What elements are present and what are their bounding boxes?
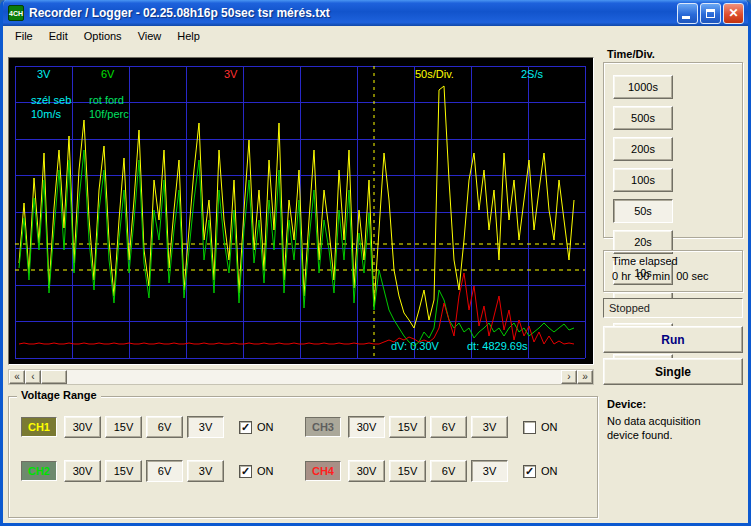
time-elapsed-box: Time elapsed 0 hr 00 min 00 sec: [603, 250, 743, 292]
scroll-right-button-2[interactable]: »: [577, 370, 593, 384]
channel-row-ch2: CH230V15V6V3V✓ON: [21, 459, 305, 483]
channel-ch4-range-6V[interactable]: 6V: [430, 460, 467, 482]
app-window: 4CH Recorder / Logger - 02.25.08h16p 50s…: [0, 0, 751, 526]
trace-ch4-red: [19, 273, 574, 344]
channel-ch1-range-6V[interactable]: 6V: [146, 416, 183, 438]
channel-ch2-range-6V[interactable]: 6V: [146, 460, 183, 482]
channel-ch4-range-15V[interactable]: 15V: [389, 460, 426, 482]
scope-label-10: dt: 4829.69s: [467, 340, 528, 352]
trace-ch1-yellow: [19, 86, 574, 328]
channel-ch1-on-label: ON: [257, 421, 274, 433]
scroll-left-button-1[interactable]: «: [9, 370, 25, 384]
scrollbar-thumb[interactable]: [41, 370, 67, 384]
menu-bar: FileEditOptionsViewHelp: [3, 26, 748, 46]
scrollbar-track[interactable]: [67, 370, 561, 384]
device-title: Device:: [607, 398, 747, 410]
channel-label-ch1: CH1: [21, 417, 57, 437]
channel-ch3-on-checkbox[interactable]: [523, 421, 536, 434]
timediv-button-1000s[interactable]: 1000s: [613, 75, 673, 99]
device-line-1: No data acquisition: [607, 414, 747, 428]
timediv-button-50s[interactable]: 50s: [613, 199, 673, 223]
scope-svg: 3V6V3V50s/Div.2S/sszél seb10m/srot ford1…: [9, 58, 593, 364]
timediv-buttons: 1000s500s200s100s50s20s10s5s2s1s: [603, 62, 743, 238]
minimize-button[interactable]: [677, 3, 698, 24]
channel-ch4-on-label: ON: [541, 465, 558, 477]
channel-row-ch4: CH430V15V6V3V✓ON: [305, 459, 597, 483]
timediv-button-500s[interactable]: 500s: [613, 106, 673, 130]
close-icon: ✕: [728, 6, 738, 20]
scope-label-0: 3V: [37, 68, 51, 80]
status-box: Stopped: [603, 298, 743, 318]
horizontal-scrollbar[interactable]: «‹›»: [8, 369, 594, 385]
title-bar[interactable]: 4CH Recorder / Logger - 02.25.08h16p 50s…: [3, 0, 748, 26]
channel-ch1-range-3V[interactable]: 3V: [187, 416, 224, 438]
channel-ch4-range-30V[interactable]: 30V: [348, 460, 385, 482]
voltage-range-box: Voltage Range CH130V15V6V3V✓ONCH330V15V6…: [8, 396, 598, 518]
run-button[interactable]: Run: [603, 326, 743, 353]
channel-ch3-range-15V[interactable]: 15V: [389, 416, 426, 438]
scope-display[interactable]: 3V6V3V50s/Div.2S/sszél seb10m/srot ford1…: [8, 57, 594, 365]
window-title: Recorder / Logger - 02.25.08h16p 50sec t…: [29, 6, 677, 20]
channel-ch4-range-3V[interactable]: 3V: [471, 460, 508, 482]
channel-label-ch3: CH3: [305, 417, 341, 437]
single-button[interactable]: Single: [603, 358, 743, 385]
channel-ch2-on-label: ON: [257, 465, 274, 477]
time-elapsed-value: 0 hr 00 min 00 sec: [612, 270, 734, 282]
channel-ch3-range-3V[interactable]: 3V: [471, 416, 508, 438]
channel-ch1-on-checkbox[interactable]: ✓: [239, 421, 252, 434]
scope-label-4: 2S/s: [521, 68, 544, 80]
voltage-grid: CH130V15V6V3V✓ONCH330V15V6V3VONCH230V15V…: [9, 397, 597, 483]
menu-view[interactable]: View: [130, 28, 170, 44]
scope-label-7: rot ford: [89, 94, 124, 106]
menu-help[interactable]: Help: [169, 28, 208, 44]
channel-ch2-on-checkbox[interactable]: ✓: [239, 465, 252, 478]
scope-label-3: 50s/Div.: [415, 68, 454, 80]
scope-label-9: dV: 0.30V: [391, 340, 440, 352]
channel-ch2-range-15V[interactable]: 15V: [105, 460, 142, 482]
close-button[interactable]: ✕: [723, 3, 744, 24]
channel-row-ch1: CH130V15V6V3V✓ON: [21, 415, 305, 439]
menu-edit[interactable]: Edit: [41, 28, 76, 44]
channel-ch2-range-30V[interactable]: 30V: [64, 460, 101, 482]
timediv-button-200s[interactable]: 200s: [613, 137, 673, 161]
channel-row-ch3: CH330V15V6V3VON: [305, 415, 597, 439]
timediv-title: Time/Div.: [607, 48, 655, 60]
menu-options[interactable]: Options: [76, 28, 130, 44]
channel-ch3-range-30V[interactable]: 30V: [348, 416, 385, 438]
scope-label-6: 10m/s: [31, 108, 61, 120]
menu-file[interactable]: File: [7, 28, 41, 44]
channel-label-ch4: CH4: [305, 461, 341, 481]
channel-label-ch2: CH2: [21, 461, 57, 481]
channel-ch2-range-3V[interactable]: 3V: [187, 460, 224, 482]
channel-ch1-range-30V[interactable]: 30V: [64, 416, 101, 438]
time-elapsed-title: Time elapsed: [612, 255, 734, 267]
device-line-2: device found.: [607, 428, 747, 442]
scope-label-1: 6V: [101, 68, 115, 80]
timediv-button-100s[interactable]: 100s: [613, 168, 673, 192]
maximize-button[interactable]: [700, 3, 721, 24]
scope-label-5: szél seb: [31, 94, 71, 106]
channel-ch4-on-checkbox[interactable]: ✓: [523, 465, 536, 478]
channel-ch3-on-label: ON: [541, 421, 558, 433]
device-info: Device: No data acquisition device found…: [607, 398, 747, 442]
scroll-right-button-1[interactable]: ›: [561, 370, 577, 384]
scope-label-2: 3V: [224, 68, 238, 80]
minimize-icon: [682, 16, 690, 19]
scroll-left-button-2[interactable]: ‹: [25, 370, 41, 384]
channel-ch3-range-6V[interactable]: 6V: [430, 416, 467, 438]
maximize-icon: [706, 9, 715, 18]
voltage-range-title: Voltage Range: [17, 389, 101, 401]
client-area: 3V6V3V50s/Div.2S/sszél seb10m/srot ford1…: [3, 46, 748, 523]
scope-label-8: 10f/perc: [89, 108, 129, 120]
app-icon: 4CH: [8, 5, 24, 21]
channel-ch1-range-15V[interactable]: 15V: [105, 416, 142, 438]
